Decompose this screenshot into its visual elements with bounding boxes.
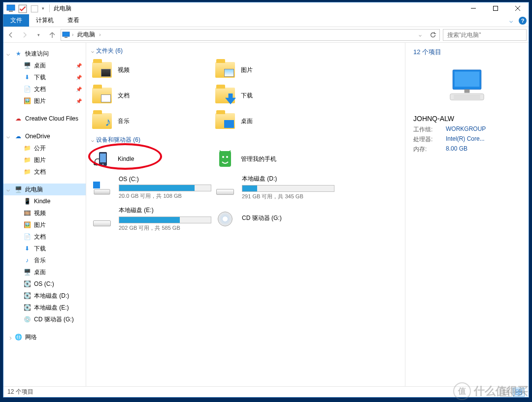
svg-rect-3 [31, 5, 38, 12]
address-pc-icon [62, 31, 70, 39]
chevron-down-icon[interactable]: ⌵ [6, 186, 12, 193]
ribbon-expand-icon[interactable]: ⌵ [505, 14, 517, 27]
device-manage-phone[interactable]: 管理我的手机 [213, 146, 336, 172]
chevron-right-icon[interactable]: ⌵ [6, 334, 13, 340]
phone-manager-icon [215, 149, 235, 169]
folder-icon: 📁 [23, 156, 31, 164]
folder-music[interactable]: ♪ 音乐 [90, 108, 213, 134]
sidebar-item-downloads[interactable]: ⬇下载 [3, 243, 86, 254]
pc-small-icon [6, 4, 15, 12]
drive-c[interactable]: OS (C:) 20.0 GB 可用，共 108 GB [90, 172, 213, 203]
sidebar-item-label: 快速访问 [25, 50, 49, 58]
svg-rect-0 [7, 5, 15, 10]
detail-cpu: Intel(R) Core... [446, 135, 521, 144]
help-button[interactable]: ? [517, 14, 529, 27]
drive-icon: 💽 [23, 280, 31, 288]
qat-dropdown-icon[interactable]: ▾ [42, 6, 44, 11]
search-box[interactable] [443, 29, 527, 41]
device-kindle[interactable]: Kindle [90, 146, 213, 172]
section-folders-header[interactable]: ⌵文件夹 (6) [90, 45, 401, 57]
tab-view[interactable]: 查看 [61, 14, 86, 27]
sidebar-item-drive-c[interactable]: 💽OS (C:) [3, 278, 86, 290]
folder-document-icon [92, 86, 112, 105]
breadcrumb-this-pc[interactable]: 此电脑 [75, 31, 97, 39]
svg-rect-22 [93, 182, 100, 188]
drive-g[interactable]: CD 驱动器 (G:) [213, 203, 336, 235]
svg-rect-5 [493, 6, 498, 11]
chevron-right-icon[interactable]: › [99, 32, 100, 37]
nav-recent-dropdown[interactable]: ▾ [33, 30, 44, 40]
folder-pictures[interactable]: 图片 [213, 57, 336, 83]
sidebar-this-pc[interactable]: ⌵🖥️此电脑 [3, 184, 86, 195]
pin-icon: 📌 [76, 63, 82, 68]
folder-picture-icon [215, 60, 235, 80]
sidebar-item-public[interactable]: 📁公开 [3, 142, 86, 154]
view-large-icons-button[interactable] [513, 388, 525, 397]
search-input[interactable] [446, 31, 522, 39]
drive-d[interactable]: 本地磁盘 (D:) 291 GB 可用，共 345 GB [213, 172, 336, 203]
sidebar-item-music[interactable]: ♪音乐 [3, 254, 86, 266]
qat-new-folder-icon[interactable] [30, 4, 39, 12]
refresh-button[interactable] [428, 30, 438, 40]
sidebar-item-drive-d[interactable]: 💽本地磁盘 (D:) [3, 290, 86, 302]
folder-icon: 📁 [23, 168, 31, 176]
section-devices-header[interactable]: ⌵设备和驱动器 (6) [90, 134, 401, 146]
sidebar-item-downloads[interactable]: ⬇下载📌 [3, 71, 86, 83]
view-details-button[interactable] [500, 388, 512, 397]
download-icon: ⬇ [23, 245, 31, 252]
cd-drive-icon [215, 209, 235, 229]
folder-icon: 📁 [23, 144, 31, 152]
capacity-bar [242, 185, 334, 192]
onedrive-icon: ☁ [14, 132, 22, 140]
address-history-dropdown[interactable]: ⌵ [415, 30, 426, 40]
sidebar-item-pictures[interactable]: 📁图片 [3, 154, 86, 166]
star-icon: ★ [14, 50, 22, 58]
document-icon: 📄 [23, 85, 31, 93]
drive-e[interactable]: 本地磁盘 (E:) 202 GB 可用，共 585 GB [90, 203, 213, 235]
sidebar-creative-cloud[interactable]: ☁Creative Cloud Files [3, 113, 86, 124]
svg-rect-34 [519, 390, 522, 392]
folder-downloads[interactable]: 下载 [213, 83, 336, 108]
sidebar-network[interactable]: ⌵🌐网络 [3, 331, 86, 343]
sidebar-onedrive[interactable]: ⌵☁OneDrive [3, 130, 86, 142]
svg-rect-35 [516, 393, 518, 395]
folder-videos[interactable]: 视频 [90, 57, 213, 83]
tab-file[interactable]: 文件 [3, 14, 29, 27]
sidebar-item-documents[interactable]: 📄文档📌 [3, 83, 86, 95]
sidebar-item-videos[interactable]: 🎞️视频 [3, 207, 86, 219]
folder-music-icon: ♪ [92, 111, 112, 131]
maximize-button[interactable] [484, 2, 506, 14]
drive-icon: 💽 [23, 292, 31, 300]
close-button[interactable] [506, 2, 529, 14]
picture-icon: 🖼️ [23, 221, 31, 229]
nav-forward-button[interactable] [19, 30, 30, 40]
chevron-down-icon: ⌵ [91, 48, 94, 54]
svg-rect-25 [465, 90, 470, 93]
sidebar-item-drive-e[interactable]: 💽本地磁盘 (E:) [3, 302, 86, 313]
sidebar-item-documents[interactable]: 📄文档 [3, 231, 86, 243]
sidebar-item-kindle[interactable]: 📱Kindle [3, 195, 86, 207]
nav-up-button[interactable] [47, 30, 58, 40]
address-bar[interactable]: › 此电脑 › ⌵ [61, 29, 440, 41]
tab-computer[interactable]: 计算机 [29, 14, 61, 27]
status-bar: 12 个项目 [3, 386, 529, 397]
sidebar-item-desktop[interactable]: 🖥️桌面 [3, 266, 86, 278]
nav-back-button[interactable] [5, 30, 16, 40]
sidebar-quick-access[interactable]: ⌵ ★ 快速访问 [3, 48, 86, 60]
sidebar-item-pictures[interactable]: 🖼️图片 [3, 219, 86, 231]
download-icon: ⬇ [23, 73, 31, 81]
folder-documents[interactable]: 文档 [90, 83, 213, 108]
sidebar-item-pictures[interactable]: 🖼️图片📌 [3, 95, 86, 107]
qat-properties-icon[interactable] [18, 4, 27, 12]
sidebar-item-drive-g[interactable]: 💿CD 驱动器 (G:) [3, 313, 86, 325]
minimize-button[interactable] [462, 2, 484, 14]
chevron-right-icon[interactable]: › [72, 32, 73, 37]
folder-desktop[interactable]: 桌面 [213, 108, 336, 134]
creative-cloud-icon: ☁ [14, 115, 22, 123]
cd-drive-icon: 💿 [23, 315, 31, 323]
window-title: 此电脑 [52, 4, 71, 13]
sidebar-item-desktop[interactable]: 🖥️桌面📌 [3, 60, 86, 71]
sidebar-item-documents[interactable]: 📁文档 [3, 166, 86, 178]
chevron-down-icon[interactable]: ⌵ [6, 133, 12, 140]
chevron-down-icon[interactable]: ⌵ [6, 50, 12, 57]
